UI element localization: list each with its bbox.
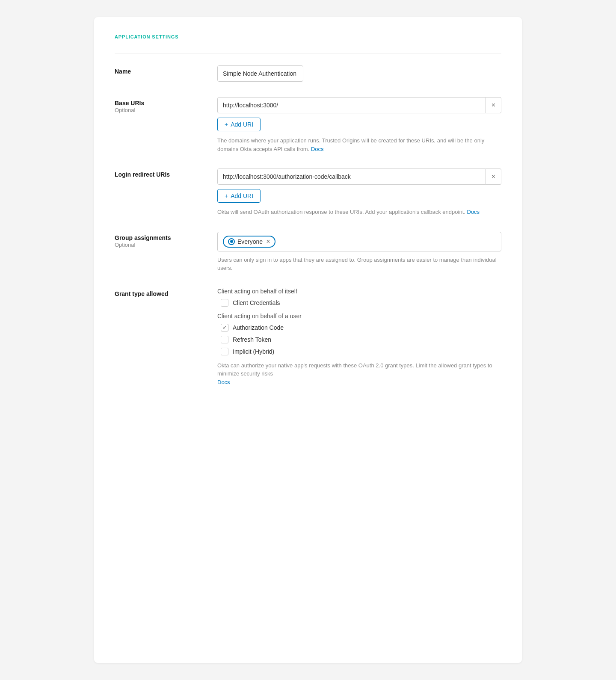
- group-assignments-label: Group assignments: [115, 234, 217, 241]
- authorization-code-checkbox[interactable]: ✓: [221, 324, 228, 331]
- login-redirect-uris-row: Login redirect URIs × + Add URI Okta wil…: [115, 169, 501, 216]
- name-field-row: Name: [115, 65, 501, 82]
- plus-icon-2: +: [225, 192, 228, 199]
- group-assignments-help: Users can only sign in to apps that they…: [217, 256, 501, 272]
- refresh-token-label: Refresh Token: [233, 336, 271, 343]
- name-label-col: Name: [115, 65, 217, 75]
- grant-type-help-text: Okta can authorize your native app's req…: [217, 362, 492, 377]
- group-assignments-tag-box[interactable]: Everyone ×: [217, 232, 501, 251]
- application-settings-card: APPLICATION SETTINGS Name Base URIs Opti…: [94, 17, 522, 663]
- base-uris-control-col: × + Add URI The domains where your appli…: [217, 97, 501, 153]
- group-assignments-label-col: Group assignments Optional: [115, 232, 217, 248]
- authorization-code-label: Authorization Code: [233, 324, 284, 331]
- grant-type-docs-link[interactable]: Docs: [217, 379, 230, 385]
- client-credentials-row: Client Credentials: [217, 299, 501, 307]
- base-uri-add-label: Add URI: [231, 121, 253, 128]
- grant-itself-title: Client acting on behalf of itself: [217, 288, 501, 295]
- authorization-code-row: ✓ Authorization Code: [217, 324, 501, 331]
- name-label: Name: [115, 68, 217, 75]
- grant-type-row: Grant type allowed Client acting on beha…: [115, 288, 501, 387]
- implicit-hybrid-label: Implicit (Hybrid): [233, 348, 274, 355]
- name-control-col: [217, 65, 501, 82]
- grant-itself-section: Client acting on behalf of itself Client…: [217, 288, 501, 307]
- close-icon-2: ×: [492, 173, 495, 180]
- base-uris-help: The domains where your application runs.…: [217, 136, 501, 153]
- base-uris-docs-link[interactable]: Docs: [311, 146, 324, 152]
- base-uris-row: Base URIs Optional × + Add URI The domai…: [115, 97, 501, 153]
- base-uris-optional: Optional: [115, 107, 135, 113]
- grant-user-section: Client acting on behalf of a user ✓ Auth…: [217, 313, 501, 355]
- grant-type-label-col: Grant type allowed: [115, 288, 217, 297]
- login-redirect-label-col: Login redirect URIs: [115, 169, 217, 178]
- grant-type-label: Grant type allowed: [115, 290, 217, 297]
- implicit-hybrid-row: Implicit (Hybrid): [217, 348, 501, 355]
- base-uris-label: Base URIs: [115, 100, 217, 106]
- login-redirect-clear-button[interactable]: ×: [486, 169, 501, 185]
- login-redirect-control-col: × + Add URI Okta will send OAuth authori…: [217, 169, 501, 216]
- login-redirect-label: Login redirect URIs: [115, 171, 217, 178]
- login-redirect-help-text: Okta will send OAuth authorization respo…: [217, 209, 465, 215]
- client-credentials-label: Client Credentials: [233, 299, 280, 306]
- everyone-tag-radio-icon: [228, 238, 235, 245]
- login-redirect-help: Okta will send OAuth authorization respo…: [217, 208, 501, 216]
- base-uri-input[interactable]: [217, 97, 486, 113]
- base-uris-help-text: The domains where your application runs.…: [217, 137, 484, 152]
- grant-type-control-col: Client acting on behalf of itself Client…: [217, 288, 501, 387]
- group-assignments-control-col: Everyone × Users can only sign in to app…: [217, 232, 501, 272]
- section-title: APPLICATION SETTINGS: [115, 34, 501, 39]
- login-redirect-input-row: ×: [217, 169, 501, 185]
- login-redirect-add-label: Add URI: [231, 192, 253, 199]
- base-uri-input-row: ×: [217, 97, 501, 113]
- group-assignments-optional: Optional: [115, 242, 135, 248]
- refresh-token-checkbox[interactable]: [221, 336, 228, 343]
- authorization-code-checkmark: ✓: [222, 324, 227, 331]
- implicit-hybrid-checkbox[interactable]: [221, 348, 228, 355]
- base-uris-label-col: Base URIs Optional: [115, 97, 217, 113]
- close-icon: ×: [492, 101, 495, 109]
- refresh-token-row: Refresh Token: [217, 336, 501, 343]
- login-redirect-docs-link[interactable]: Docs: [467, 209, 480, 215]
- client-credentials-checkbox[interactable]: [221, 299, 228, 307]
- login-redirect-add-button[interactable]: + Add URI: [217, 189, 261, 203]
- login-redirect-uri-input[interactable]: [217, 169, 486, 185]
- name-input[interactable]: [217, 65, 303, 82]
- plus-icon: +: [225, 121, 228, 128]
- everyone-tag: Everyone ×: [223, 236, 275, 248]
- everyone-tag-radio-inner: [230, 240, 233, 243]
- everyone-tag-close-icon[interactable]: ×: [266, 238, 270, 245]
- group-assignments-help-text: Users can only sign in to apps that they…: [217, 257, 497, 272]
- base-uri-add-button[interactable]: + Add URI: [217, 118, 261, 131]
- everyone-tag-label: Everyone: [237, 238, 263, 245]
- grant-user-title: Client acting on behalf of a user: [217, 313, 501, 319]
- grant-type-help: Okta can authorize your native app's req…: [217, 361, 501, 387]
- base-uri-clear-button[interactable]: ×: [486, 97, 501, 113]
- group-assignments-row: Group assignments Optional Everyone × Us…: [115, 232, 501, 272]
